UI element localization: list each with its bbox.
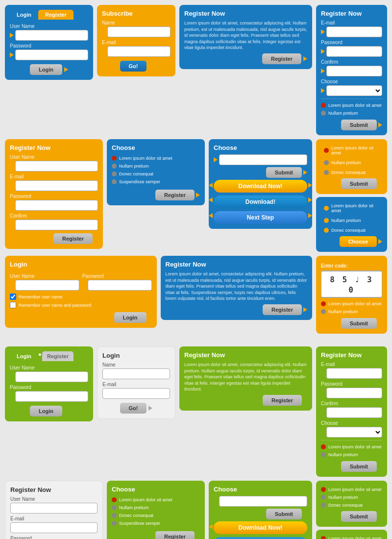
login-o-btn[interactable]: Login: [114, 312, 147, 323]
captcha-label: Enter code:: [321, 263, 382, 269]
og-submit-btn[interactable]: Submit: [341, 178, 377, 189]
dl2-left-arr: [209, 197, 213, 202]
name-w-inp[interactable]: [102, 368, 170, 379]
choose-right-g: Choose Submit Download Now! Download! Ne…: [209, 481, 312, 539]
dlg-right: [308, 524, 312, 529]
password-input[interactable]: [15, 49, 88, 60]
dl2-right-arr: [308, 197, 312, 202]
login-button[interactable]: Login: [30, 64, 62, 75]
og-lbl3: Donec consequat: [331, 170, 366, 175]
email-w2-inp[interactable]: [10, 522, 98, 533]
email-rg-inp[interactable]: [326, 368, 382, 379]
login-green: Login ● Register User Name Password Logi…: [5, 346, 93, 421]
conf-rg-inp[interactable]: [326, 407, 382, 418]
og-dot1: [324, 148, 329, 153]
username-label: User Name: [10, 24, 88, 29]
radio-label-1: Lorem ipsum dolor sit amet: [328, 103, 382, 108]
download-btn[interactable]: Download!: [214, 196, 307, 208]
register-button[interactable]: Register: [262, 53, 301, 64]
login-w-title: Login: [102, 352, 170, 359]
email2-inp[interactable]: [15, 180, 98, 191]
pass2-inp[interactable]: [15, 200, 98, 211]
download-now-btn[interactable]: Download Now!: [214, 180, 307, 193]
ch-dot2: [112, 164, 117, 169]
name-w-label: Name: [102, 362, 170, 368]
arr-rg2: [321, 391, 325, 395]
uname-g-inp[interactable]: [15, 371, 88, 382]
cap-dot1: [321, 301, 326, 306]
go-button[interactable]: Go!: [120, 61, 147, 72]
pass2-label: Password: [10, 194, 98, 199]
reg-g-btn[interactable]: Register: [263, 395, 302, 406]
cap-submit-btn[interactable]: Submit: [341, 318, 377, 329]
choose-blue-card: Choose Lorem ipsum dolor sit amet Nullam…: [107, 139, 205, 205]
right-col-green: Lorem ipsum dolor sit amet Nullam pretiu…: [316, 481, 387, 539]
choose-select-r[interactable]: [326, 85, 382, 96]
og-lbl1: Lorem ipsum dolor sit amet: [331, 146, 379, 155]
choose-g-card: Choose Lorem ipsum dolor sit amet Nullam…: [107, 481, 205, 539]
remember2-cb[interactable]: [10, 302, 16, 308]
og-dot2: [324, 160, 329, 165]
cap-radio2: Nullam pretium: [321, 308, 382, 316]
name-input[interactable]: [107, 26, 171, 37]
confirm-input-r[interactable]: [326, 66, 382, 76]
remember1-cb[interactable]: [10, 294, 16, 300]
reg-g-title: Register Now: [184, 351, 307, 359]
uname-w-inp[interactable]: [10, 503, 98, 514]
arr-ou1: [10, 283, 14, 288]
choose-rg-sel[interactable]: [326, 427, 382, 438]
ch-reg-button[interactable]: Register: [155, 190, 195, 200]
register-tab[interactable]: Register: [38, 10, 74, 20]
cg-reg-btn[interactable]: Register: [155, 531, 195, 539]
next-step-btn[interactable]: Next Step: [214, 211, 307, 224]
uname-label: User Name: [10, 154, 98, 160]
email-input[interactable]: [107, 46, 171, 57]
cap-arr: [378, 321, 382, 326]
bc-lbl1: Lorem ipsum dolor sit amet: [331, 203, 379, 213]
choose-btn-bc[interactable]: Choose: [340, 236, 377, 247]
go-w-btn[interactable]: Go!: [120, 403, 147, 414]
ch-radio4: Suspendisse semper: [112, 178, 200, 186]
dl-now-g-btn[interactable]: Download Now!: [214, 521, 307, 534]
og-lbl2: Nullam pretium: [331, 160, 361, 165]
reg-now-title: Register Now: [10, 144, 98, 151]
radio-label-2: Nullam pretium: [328, 111, 358, 116]
email-input-r[interactable]: [326, 26, 382, 37]
sub-rg-btn[interactable]: Submit: [341, 461, 377, 472]
sub-g-btn[interactable]: Submit: [266, 509, 302, 519]
register-o-card: Register Now Lorem ipsum dolor sit amet,…: [161, 256, 313, 320]
login-tab[interactable]: Login: [10, 10, 38, 20]
choose-g-inp[interactable]: [219, 496, 307, 507]
email2-label: E-mail: [10, 174, 98, 179]
conf2-inp[interactable]: [15, 220, 98, 230]
bc-item1: Lorem ipsum dolor sit amet: [321, 202, 382, 215]
register-now-title: Register Now: [184, 10, 307, 17]
username-input[interactable]: [15, 30, 88, 41]
pass-rg-inp[interactable]: [326, 388, 382, 398]
arr-g1: [10, 374, 14, 379]
gc-lbl2: Nullam pretium: [328, 495, 358, 500]
dl-g-btn[interactable]: Download!: [214, 537, 307, 539]
gc-sub-btn[interactable]: Submit: [341, 511, 377, 522]
arr-g2: [10, 394, 14, 399]
gcb-lbl1: Lorem ipsum dolor sit amet: [328, 536, 382, 539]
uname-inp[interactable]: [15, 161, 98, 172]
submit-ch-btn[interactable]: Submit: [266, 167, 302, 178]
password-input-r[interactable]: [326, 46, 382, 57]
register-g-tab[interactable]: Register: [42, 351, 74, 361]
login-g-tab[interactable]: Login: [10, 351, 38, 361]
reg2-button[interactable]: Register: [53, 233, 93, 244]
remember1-item: Remember user name: [10, 293, 152, 301]
uname-g-label: User Name: [10, 365, 88, 370]
choose-inp[interactable]: [219, 154, 307, 165]
login-g-btn[interactable]: Login: [30, 406, 62, 416]
email-w-inp[interactable]: [102, 388, 170, 399]
pass-o-inp[interactable]: [88, 280, 152, 291]
rg-lbl1: Lorem ipsum dolor sit amet: [328, 444, 382, 449]
uname-o-inp[interactable]: [15, 280, 79, 291]
cg-lbl1: Lorem ipsum dolor sit amet: [119, 497, 172, 502]
reg-o-btn[interactable]: Register: [263, 304, 302, 315]
pass-g-inp[interactable]: [15, 391, 88, 402]
choose-blue-title: Choose: [112, 144, 200, 151]
submit-button-r[interactable]: Submit: [341, 120, 377, 130]
